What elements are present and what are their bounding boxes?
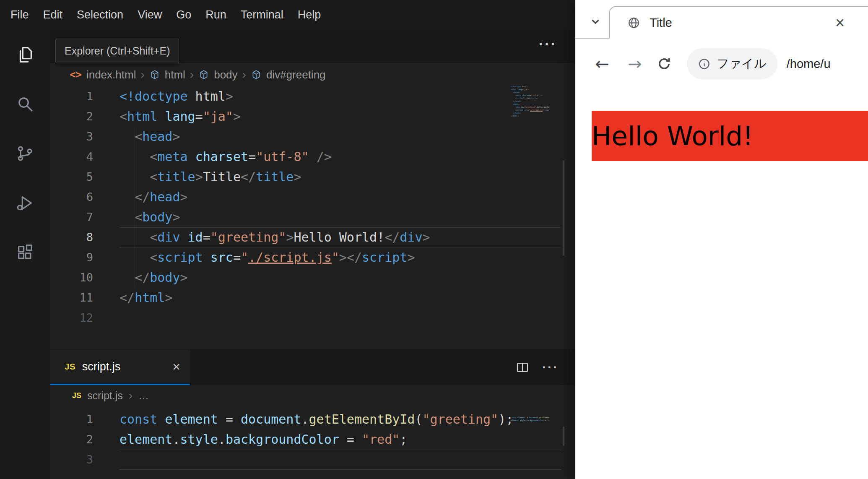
symbol-cube-icon: [149, 69, 160, 80]
greeting-div: Hello World!: [592, 111, 868, 161]
scrollbar-thumb[interactable]: [563, 161, 564, 255]
run-debug-icon[interactable]: [0, 178, 50, 228]
chip-label: ファイル: [717, 55, 767, 72]
split-editor-icon[interactable]: [515, 360, 530, 375]
tab-title: Title: [650, 16, 672, 30]
breadcrumb-js-file[interactable]: script.js: [87, 390, 123, 402]
browser-tab-strip: Title ×: [575, 0, 868, 39]
explorer-icon[interactable]: [0, 30, 50, 79]
explorer-tooltip: Explorer (Ctrl+Shift+E): [55, 39, 179, 63]
search-icon[interactable]: [0, 79, 50, 129]
breadcrumb-html[interactable]: html: [165, 68, 185, 81]
address-bar-url[interactable]: /home/u: [787, 57, 868, 71]
js-icon: JS: [65, 362, 75, 372]
menu-selection[interactable]: Selection: [70, 8, 130, 21]
js-editor-group: JS script.js × ··· JS script.js › … 1con…: [50, 349, 575, 479]
browser-toolbar: ← → ファイル /home/u: [575, 39, 868, 89]
breadcrumb-div-greeting[interactable]: div#greeting: [266, 68, 326, 81]
globe-icon: [627, 16, 640, 29]
browser-tab[interactable]: Title ×: [609, 6, 868, 39]
source-control-icon[interactable]: [0, 129, 50, 178]
html-code-editor[interactable]: 1<!doctype html>2<html lang="ja">3 <head…: [50, 85, 575, 349]
chevron-right-icon: ›: [140, 68, 144, 81]
minimap[interactable]: const element = document.getElementById(…: [511, 416, 549, 475]
symbol-cube-icon: [251, 69, 262, 80]
file-scheme-chip[interactable]: ファイル: [687, 48, 777, 79]
menu-bar: File Edit Selection View Go Run Terminal…: [0, 0, 575, 30]
tab-label: script.js: [82, 360, 121, 373]
menu-file[interactable]: File: [3, 8, 36, 21]
js-icon: JS: [72, 391, 81, 400]
menu-help[interactable]: Help: [291, 8, 328, 21]
js-code-lines[interactable]: 1const element = document.getElementById…: [50, 409, 575, 470]
symbol-cube-icon: [198, 69, 209, 80]
html-code-lines[interactable]: 1<!doctype html>2<html lang="ja">3 <head…: [50, 86, 575, 328]
info-icon: [698, 57, 711, 70]
breadcrumb-body[interactable]: body: [214, 68, 237, 81]
menu-go[interactable]: Go: [169, 8, 198, 21]
activity-bar: [0, 30, 50, 479]
js-code-editor[interactable]: 1const element = document.getElementById…: [50, 406, 575, 479]
vscode-window: File Edit Selection View Go Run Terminal…: [0, 0, 575, 479]
minimap[interactable]: <!doctype html><html lang="ja"> <head> <…: [511, 85, 549, 144]
forward-icon[interactable]: →: [624, 54, 646, 73]
close-tab-icon[interactable]: ×: [172, 360, 180, 373]
breadcrumb-ellipsis[interactable]: …: [138, 390, 149, 402]
chevron-right-icon: ›: [129, 389, 133, 402]
html-file-icon: <>: [70, 69, 82, 81]
browser-window: Title × ← → ファイル /home/u Hello World!: [575, 0, 868, 479]
panel-tab-bar: JS script.js × ···: [50, 349, 575, 385]
more-actions-icon[interactable]: ···: [542, 360, 559, 375]
extensions-icon[interactable]: [0, 228, 50, 277]
menu-view[interactable]: View: [130, 8, 169, 21]
screen: File Edit Selection View Go Run Terminal…: [0, 0, 868, 479]
menu-run[interactable]: Run: [198, 8, 234, 21]
scrollbar-thumb[interactable]: [563, 427, 564, 446]
page-content: Hello World!: [575, 89, 868, 479]
chevron-right-icon: ›: [190, 68, 194, 81]
tab-script-js[interactable]: JS script.js ×: [50, 349, 190, 385]
menu-terminal[interactable]: Terminal: [234, 8, 291, 21]
more-actions-icon[interactable]: ···: [539, 36, 557, 52]
menu-edit[interactable]: Edit: [36, 8, 70, 21]
js-breadcrumb: JS script.js › …: [50, 385, 575, 406]
tab-search-chevron-icon[interactable]: [589, 15, 602, 30]
panel-actions: ···: [515, 349, 575, 385]
html-editor-group: ··· Explorer (Ctrl+Shift+E) <> index.htm…: [50, 30, 575, 349]
reload-icon[interactable]: [657, 56, 672, 71]
chevron-right-icon: ›: [242, 68, 246, 81]
breadcrumb: <> index.html › html › body › div#greeti…: [50, 64, 575, 86]
close-tab-icon[interactable]: ×: [835, 15, 845, 31]
back-icon[interactable]: ←: [591, 54, 613, 73]
breadcrumb-file[interactable]: index.html: [86, 68, 136, 81]
